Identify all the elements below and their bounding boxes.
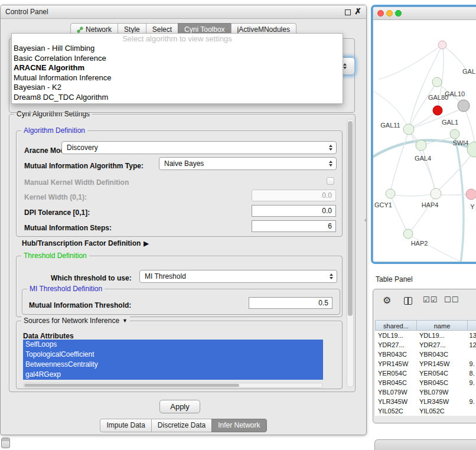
network-canvas[interactable]: GAL80GAL10GAL11GAL1SWI4GAL4GCY1HAP4HAP2G… <box>373 20 476 262</box>
spinner-down-icon <box>343 67 347 69</box>
network-view-window[interactable]: GAL80GAL10GAL11GAL1SWI4GAL4GCY1HAP4HAP2G… <box>373 6 476 262</box>
network-window-titlebar[interactable] <box>373 7 476 20</box>
deselect-all-icon[interactable]: ☐☐ <box>444 295 459 304</box>
minimized-panel-icon[interactable] <box>1 438 10 448</box>
network-edge[interactable] <box>373 91 407 126</box>
scrollbar-thumb[interactable] <box>24 384 239 387</box>
network-edge[interactable] <box>379 45 442 79</box>
network-edge[interactable] <box>439 194 468 195</box>
attribute-selfloops[interactable]: SelfLoops <box>23 340 323 350</box>
column-header-name[interactable]: name <box>417 320 468 331</box>
network-node[interactable] <box>458 100 470 112</box>
algorithm-option-bayesian-hill-climbing[interactable]: Bayesian - Hill Climbing <box>12 44 343 54</box>
select-all-icon[interactable]: ☑☑ <box>423 295 438 304</box>
table-cell: YIL052C <box>416 406 467 416</box>
sources-legend[interactable]: Sources for Network Inference <box>24 317 119 325</box>
table-row[interactable]: YDL19...YDL19...13 <box>375 331 476 340</box>
gear-icon[interactable]: ⚙ <box>383 295 391 306</box>
table-cell: YIL052C <box>375 406 416 416</box>
minimized-window-titlebar[interactable] <box>374 439 476 450</box>
hub-section-toggle[interactable]: Hub/Transcription Factor Definition ▶ <box>22 239 149 247</box>
algorithm-option-basic-correlation-inference[interactable]: Basic Correlation Inference <box>12 54 343 64</box>
attribute-gal4rgexp[interactable]: gal4RGexp <box>23 370 323 380</box>
network-node[interactable] <box>403 124 414 135</box>
network-node[interactable] <box>416 140 426 151</box>
column-header-shared[interactable]: shared... <box>375 320 417 331</box>
tab-infer-network[interactable]: Infer Network <box>211 419 266 432</box>
table-cell <box>467 406 476 416</box>
settings-vertical-scrollbar[interactable] <box>347 119 354 387</box>
table-row[interactable]: YPR145WYPR145W9. <box>375 359 476 369</box>
attribute-betweennesscentrality[interactable]: BetweennessCentrality <box>23 360 323 370</box>
algorithm-definition-legend: Algorithm Definition <box>21 126 87 135</box>
network-node[interactable] <box>433 106 442 115</box>
mi-steps-input[interactable]: 6 <box>252 220 336 232</box>
dpi-tolerance-input[interactable]: 0.0 <box>252 205 336 217</box>
node-label: HAP4 <box>422 201 439 208</box>
network-node[interactable] <box>431 188 441 199</box>
mi-type-value: Naive Bayes <box>164 159 204 168</box>
tab-label: Style <box>124 25 140 34</box>
network-edge[interactable] <box>442 45 467 71</box>
network-edge[interactable] <box>410 82 437 126</box>
table-row[interactable]: YDR27...YDR27...12 <box>375 340 476 350</box>
network-node[interactable] <box>386 189 395 198</box>
combo-arrows-icon <box>330 273 337 279</box>
close-traffic-light-icon[interactable] <box>377 10 384 17</box>
minimize-traffic-light-icon[interactable] <box>386 10 393 17</box>
network-edge[interactable] <box>439 154 472 190</box>
table-row[interactable]: YER054CYER054C8. <box>375 369 476 378</box>
mi-threshold-label: Mutual Information Threshold: <box>29 301 131 309</box>
zoom-traffic-light-icon[interactable] <box>395 10 402 17</box>
table-row[interactable]: YIL052CYIL052C <box>375 406 476 416</box>
collapse-down-icon[interactable]: ▼ <box>122 318 128 324</box>
mi-type-label: Mutual Information Algorithm Type: <box>24 162 144 170</box>
algorithm-option-dream8-dc-tdc-algorithm[interactable]: Dream8 DC_TDC Algorithm <box>12 93 343 103</box>
expand-right-icon: ▶ <box>144 240 148 247</box>
column-header-col2[interactable] <box>468 320 476 331</box>
network-node[interactable] <box>466 189 476 200</box>
close-icon[interactable]: ✗ <box>354 6 361 16</box>
control-panel-window: Control Panel ✗ NetworkStyleSelectCyni T… <box>0 5 367 435</box>
splitter-collapse-icon[interactable]: ‹ <box>364 216 367 223</box>
node-label: GAL11 <box>380 122 400 129</box>
network-edge[interactable] <box>391 197 407 231</box>
table-cell: 13 <box>467 331 476 340</box>
table-cell: 8. <box>467 369 476 378</box>
table-row[interactable]: YBR043CYBR043C <box>375 350 476 359</box>
network-edge[interactable] <box>465 109 475 144</box>
columns-icon[interactable] <box>404 297 412 305</box>
mi-type-select[interactable]: Naive Bayes <box>159 157 337 170</box>
attributes-horizontal-scrollbar[interactable] <box>23 383 323 388</box>
algorithm-option-mutual-information-inference[interactable]: Mutual Information Inference <box>12 73 343 83</box>
manual-kernel-checkbox[interactable] <box>327 177 334 185</box>
network-node[interactable] <box>403 229 413 239</box>
table-row[interactable]: YBL079WYBL079W <box>375 387 476 397</box>
network-node[interactable] <box>432 77 442 87</box>
table-row[interactable]: YLR345WYLR345W9. <box>375 397 476 406</box>
algorithm-option-aracne-algorithm[interactable]: ARACNE Algorithm <box>12 63 343 73</box>
scrollbar-thumb[interactable] <box>348 121 353 316</box>
float-window-icon[interactable] <box>345 9 351 15</box>
algorithm-option-bayesian-k2[interactable]: Bayesian - K2 <box>12 83 343 93</box>
tab-discretize-data[interactable]: Discretize Data <box>151 419 212 432</box>
network-node[interactable] <box>450 129 459 139</box>
tab-impute-data[interactable]: Impute Data <box>100 419 151 432</box>
table-row[interactable]: YBR045CYBR045C9. <box>375 378 476 387</box>
network-edge[interactable] <box>391 132 408 191</box>
control-panel-titlebar[interactable]: Control Panel ✗ <box>1 5 366 19</box>
table-header: shared...name <box>375 320 476 331</box>
table-panel-title: Table Panel <box>376 275 413 283</box>
which-threshold-select[interactable]: MI Threshold <box>139 270 337 283</box>
apply-button[interactable]: Apply <box>159 400 200 413</box>
network-node[interactable] <box>438 41 446 49</box>
network-edge[interactable] <box>455 136 464 262</box>
table-cell <box>467 350 476 359</box>
node-label: GAL <box>462 68 475 75</box>
network-edge[interactable] <box>394 194 432 196</box>
mi-threshold-input[interactable]: 0.5 <box>249 297 332 309</box>
aracne-mode-select[interactable]: Discovery <box>61 141 337 154</box>
attribute-topologicalcoefficient[interactable]: TopologicalCoefficient <box>23 350 323 360</box>
combo-arrows-icon <box>329 145 336 151</box>
kernel-width-input[interactable]: 0.0 <box>252 190 336 201</box>
